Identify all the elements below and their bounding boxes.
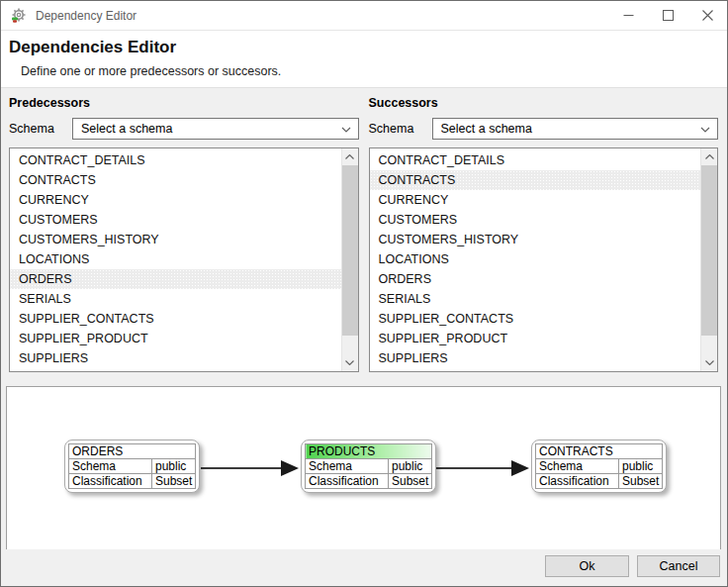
dropdown-value: Select a schema <box>441 122 532 136</box>
list-item[interactable]: CONTRACTS <box>10 170 341 190</box>
entity-row-label: Classification <box>306 474 389 489</box>
scrollbar-thumb[interactable] <box>701 165 717 336</box>
entity-contracts[interactable]: CONTRACTS Schema public Classification S… <box>531 440 667 493</box>
maximize-icon <box>663 10 674 21</box>
predecessors-scrollbar[interactable] <box>341 148 358 371</box>
schema-label: Schema <box>9 122 72 136</box>
entity-row-label: Schema <box>536 459 619 474</box>
titlebar: Dependency Editor <box>1 1 727 31</box>
successors-schema-row: Schema Select a schema <box>369 118 719 140</box>
list-item[interactable]: LOCATIONS <box>370 249 701 269</box>
selector-columns: Predecessors Schema Select a schema CONT… <box>1 88 727 372</box>
successors-scrollbar[interactable] <box>700 148 717 371</box>
entity-title: ORDERS <box>69 444 196 459</box>
scroll-up-icon[interactable] <box>342 148 358 165</box>
successors-column: Successors Schema Select a schema CONTRA… <box>369 88 719 372</box>
entity-row-value: public <box>152 459 196 474</box>
predecessors-list-items: CONTRACT_DETAILS CONTRACTS CURRENCY CUST… <box>10 148 341 371</box>
entity-row-label: Classification <box>536 474 619 489</box>
list-item[interactable]: SERIALS <box>10 289 341 309</box>
entity-orders[interactable]: ORDERS Schema public Classification Subs… <box>64 440 200 493</box>
list-item[interactable]: LOCATIONS <box>10 249 341 269</box>
dialog-footer: Ok Cancel <box>1 549 727 586</box>
successors-schema-dropdown[interactable]: Select a schema <box>432 118 719 140</box>
successors-list-items: CONTRACT_DETAILS CONTRACTS CURRENCY CUST… <box>370 148 701 371</box>
list-item[interactable]: SUPPLIERS <box>10 348 341 368</box>
list-item[interactable]: SUPPLIERS <box>370 348 701 368</box>
window-controls <box>608 1 727 30</box>
close-icon <box>702 10 713 21</box>
page-title: Dependencies Editor <box>9 38 727 57</box>
dialog-header: Dependencies Editor Define one or more p… <box>1 31 727 88</box>
window-title: Dependency Editor <box>36 9 136 23</box>
entity-title: PRODUCTS <box>306 444 432 459</box>
list-item[interactable]: CURRENCY <box>370 190 701 210</box>
predecessors-column: Predecessors Schema Select a schema CONT… <box>9 88 359 372</box>
app-gear-icon <box>10 7 28 25</box>
entity-row-label: Classification <box>69 474 152 489</box>
list-item[interactable]: CUSTOMERS <box>10 210 341 230</box>
scroll-down-icon[interactable] <box>342 354 358 371</box>
scroll-down-icon[interactable] <box>701 354 717 371</box>
list-item[interactable]: CONTRACT_DETAILS <box>370 150 701 170</box>
scrollbar-thumb[interactable] <box>342 165 358 336</box>
list-item[interactable]: CURRENCY <box>10 190 341 210</box>
dependency-editor-window: Dependency Editor Dependencies Editor De… <box>0 0 728 587</box>
entity-row-value: Subset <box>619 474 663 489</box>
list-item[interactable]: SUPPLIER_CONTACTS <box>370 309 701 329</box>
list-item[interactable]: SUPPLIER_CONTACTS <box>10 309 341 329</box>
predecessors-title: Predecessors <box>9 96 359 110</box>
list-item[interactable]: SERIALS <box>370 289 701 309</box>
successors-title: Successors <box>369 96 719 110</box>
chevron-down-icon <box>700 127 710 133</box>
minimize-icon <box>623 10 634 21</box>
entity-products[interactable]: PRODUCTS Schema public Classification Su… <box>301 440 436 493</box>
list-item[interactable]: CUSTOMERS_HISTORY <box>370 230 701 249</box>
minimize-button[interactable] <box>608 1 648 30</box>
ok-button[interactable]: Ok <box>545 555 629 577</box>
page-subtitle: Define one or more predecessors or succe… <box>21 64 727 78</box>
dropdown-value: Select a schema <box>81 122 172 136</box>
list-item[interactable]: SUPPLIER_PRODUCT <box>370 329 701 348</box>
chevron-down-icon <box>341 127 351 133</box>
entity-row-label: Schema <box>306 459 389 474</box>
list-item[interactable]: CONTRACT_DETAILS <box>10 150 341 170</box>
cancel-button[interactable]: Cancel <box>637 555 720 577</box>
list-item[interactable]: CUSTOMERS_HISTORY <box>10 230 341 249</box>
maximize-button[interactable] <box>648 1 687 30</box>
entity-row-value: public <box>389 459 432 474</box>
schema-label: Schema <box>369 122 432 136</box>
predecessors-schema-row: Schema Select a schema <box>9 118 359 140</box>
successors-list: CONTRACT_DETAILS CONTRACTS CURRENCY CUST… <box>369 147 719 372</box>
scroll-up-icon[interactable] <box>701 148 717 165</box>
entity-row-label: Schema <box>69 459 152 474</box>
entity-title: CONTRACTS <box>536 444 663 459</box>
list-item[interactable]: ORDERS <box>370 269 701 289</box>
dependency-diagram-panel: ORDERS Schema public Classification Subs… <box>6 386 721 551</box>
list-item[interactable]: SUPPLIER_PRODUCT <box>10 329 341 348</box>
entity-row-value: Subset <box>389 474 432 489</box>
predecessors-list: CONTRACT_DETAILS CONTRACTS CURRENCY CUST… <box>9 147 359 372</box>
list-item-selected[interactable]: CONTRACTS <box>370 170 701 190</box>
list-item[interactable]: CUSTOMERS <box>370 210 701 230</box>
close-button[interactable] <box>687 1 727 30</box>
list-item-selected[interactable]: ORDERS <box>10 269 341 289</box>
entity-row-value: Subset <box>152 474 196 489</box>
entity-row-value: public <box>619 459 663 474</box>
predecessors-schema-dropdown[interactable]: Select a schema <box>72 118 359 140</box>
